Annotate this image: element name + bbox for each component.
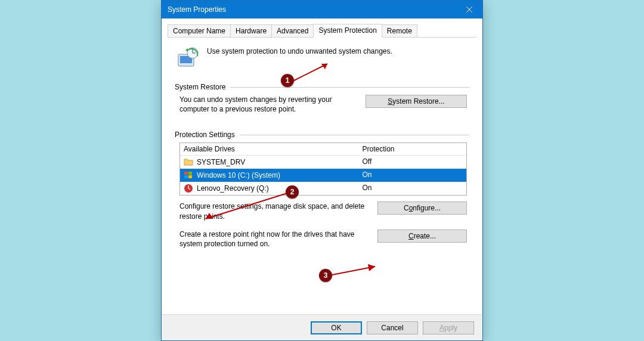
recovery-drive-icon [184,184,193,193]
tab-hardware[interactable]: Hardware [230,24,272,37]
tab-system-protection[interactable]: System Protection [313,24,382,38]
system-restore-group: System Restore [175,83,469,91]
windows-drive-icon [184,170,193,180]
drive-row[interactable]: SYSTEM_DRV Off [180,156,466,169]
svg-rect-11 [188,175,192,178]
column-header-protection: Protection [363,145,463,153]
system-restore-description: You can undo system changes by reverting… [179,95,358,114]
tab-bar: Computer Name Hardware Advanced System P… [168,23,476,38]
svg-rect-10 [184,175,188,178]
apply-button[interactable]: Apply [423,321,474,334]
divider [230,87,469,88]
drive-row[interactable]: Lenovo_Recovery (Q:) On [180,182,466,195]
protection-settings-group: Protection Settings [175,131,469,139]
folder-icon [184,157,193,167]
system-protection-icon [176,46,200,70]
configure-button[interactable]: Configure... [377,202,467,215]
drive-name: Windows 10 (C:) (System) [197,171,280,179]
create-description: Create a restore point right now for the… [179,230,370,249]
tab-computer-name[interactable]: Computer Name [168,24,231,37]
annotation-step-3: 3 [319,269,332,282]
drive-protection: On [363,170,463,180]
drive-name: SYSTEM_DRV [197,158,245,166]
system-properties-window: System Properties Computer Name Hardware… [161,0,483,341]
svg-marker-18 [368,264,375,271]
dialog-footer: OK Cancel Apply [162,314,482,340]
create-button[interactable]: Create... [377,230,467,243]
svg-rect-8 [184,172,188,175]
ok-button[interactable]: OK [311,321,362,334]
svg-marker-7 [185,48,188,52]
drives-list[interactable]: Available Drives Protection SYSTEM_DRV O… [179,142,467,196]
titlebar[interactable]: System Properties [162,1,482,18]
svg-line-17 [332,266,375,275]
configure-description: Configure restore settings, manage disk … [179,202,370,221]
drive-protection: On [363,184,463,193]
protection-settings-label: Protection Settings [175,131,235,139]
annotation-arrow-3 [329,262,382,280]
drive-protection: Off [363,157,463,167]
intro-text: Use system protection to undo unwanted s… [207,46,392,70]
divider [240,135,469,135]
tab-remote[interactable]: Remote [382,24,417,37]
svg-rect-9 [188,172,192,175]
cancel-button[interactable]: Cancel [367,321,418,334]
close-icon [466,7,472,13]
intro-section: Use system protection to undo unwanted s… [168,38,476,80]
close-button[interactable] [456,1,482,18]
window-title: System Properties [168,5,456,14]
system-restore-button[interactable]: System Restore... [366,95,467,108]
system-restore-label: System Restore [175,83,225,91]
dialog-body: Computer Name Hardware Advanced System P… [162,18,482,314]
drive-row[interactable]: Windows 10 (C:) (System) On [180,169,466,182]
drive-name: Lenovo_Recovery (Q:) [197,184,269,193]
column-header-drives: Available Drives [184,145,363,153]
tab-advanced[interactable]: Advanced [271,24,314,37]
